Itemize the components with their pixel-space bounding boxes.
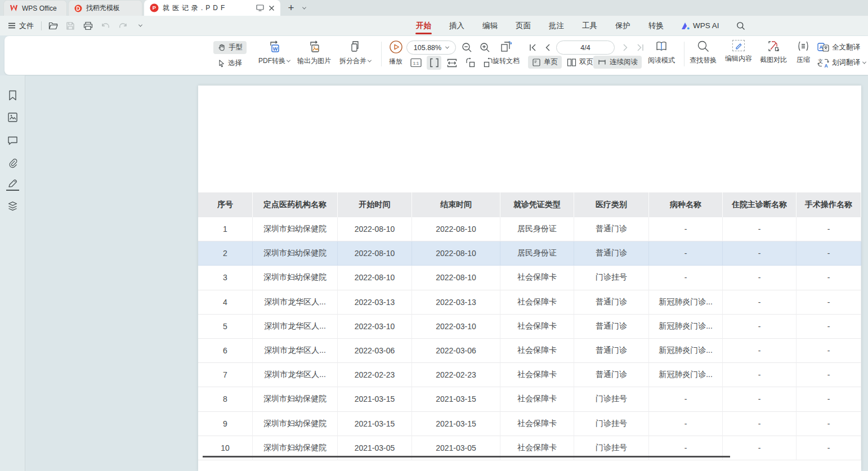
table-row[interactable]: 4深圳市龙华区人...2022-03-132022-03-13社会保障卡普通门诊… [198,290,861,315]
table-cell: 2021-03-15 [412,387,500,411]
monitor-icon[interactable] [256,5,264,11]
table-row[interactable]: 8深圳市妇幼保健院2021-03-152021-03-15社会保障卡门诊挂号--… [198,387,861,411]
tab-docer-templates[interactable]: 找稻壳模板 [68,0,142,16]
table-row[interactable]: 3深圳市妇幼保健院2022-08-102022-08-10社会保障卡门诊挂号--… [198,266,861,290]
tab-list-dropdown[interactable] [297,1,311,15]
signature-underline [6,190,19,191]
zoom-level-select[interactable]: 105.88% [406,41,456,55]
menu-tab-edit[interactable]: 编辑 [482,16,498,35]
table-row[interactable]: 6深圳市龙华区人...2022-03-062022-03-06社会保障卡普通门诊… [198,339,861,363]
menu-tab-page[interactable]: 页面 [515,16,531,35]
tab-wps-home[interactable]: WPS Office [3,0,67,16]
find-replace-button[interactable]: 查找替换 [686,40,721,65]
table-cell: - [723,363,797,387]
menu-search-icon[interactable] [736,21,745,30]
table-cell: 2022-08-10 [338,217,412,241]
menu-tab-tools[interactable]: 工具 [581,16,598,35]
table-cell: - [723,266,797,290]
print-button[interactable] [82,20,94,32]
select-tool-button[interactable]: 选择 [213,57,246,70]
menu-tab-annotate[interactable]: 批注 [548,16,565,35]
header-cell: 序号 [198,192,253,217]
menu-tab-convert[interactable]: 转换 [648,16,664,35]
menubar: 文件 [0,16,868,35]
new-tab-button[interactable]: + [284,1,298,15]
menu-tab-wps-ai[interactable]: WPS AI [681,21,719,30]
table-cell: 普通门诊 [574,290,649,315]
table-row[interactable]: 5深圳市龙华区人...2022-03-102022-03-10社会保障卡普通门诊… [198,315,861,339]
menu-tab-protect[interactable]: 保护 [615,16,631,35]
previous-page-button[interactable] [540,41,554,55]
table-cell: 9 [198,412,253,436]
thumbnail-icon[interactable] [7,111,19,123]
close-tab-icon[interactable] [269,5,275,11]
layers-icon[interactable] [7,200,19,212]
fit-page-button[interactable] [427,56,441,70]
header-cell: 开始时间 [338,192,412,217]
hand-tool-button[interactable]: 手型 [213,41,247,54]
table-cell: - [723,217,797,241]
rotate-document-button[interactable]: 旋转文档 [487,40,525,66]
word-translate-button[interactable]: 文 A 划词翻译 [817,57,866,68]
table-row[interactable]: 9深圳市妇幼保健院2021-03-152021-03-15社会保障卡门诊挂号--… [198,412,861,436]
continuous-read-button[interactable]: 连续阅读 [593,56,642,69]
fit-width-button[interactable] [445,56,459,70]
table-cell: 普通门诊 [574,315,649,339]
save-button[interactable] [64,20,77,32]
attachment-icon[interactable] [7,157,19,169]
rotate-left-button[interactable] [463,56,477,70]
comment-icon[interactable] [7,134,19,146]
bookmark-icon[interactable] [7,89,19,101]
table-cell: 普通门诊 [574,363,649,387]
split-merge-icon [348,40,362,53]
quickbar-more-dropdown[interactable] [134,20,146,32]
play-button[interactable]: 播放 [383,40,409,66]
word-translate-label: 划词翻译 [832,58,860,68]
hand-icon [217,43,226,52]
menu-tab-start[interactable]: 开始 [415,16,432,35]
table-bottom-scrollbar[interactable] [203,456,730,457]
quick-access-bar: 文件 [6,16,146,35]
pdf-convert-button[interactable]: W PDF转换 [254,40,294,66]
full-translate-button[interactable]: A 全文翻译 [817,42,860,52]
open-file-button[interactable] [47,20,59,32]
fit-page-icon [429,57,440,68]
menu-tab-insert[interactable]: 插入 [449,16,465,35]
read-mode-button[interactable]: 阅读模式 [645,40,678,65]
full-translate-icon: A [817,42,829,52]
compress-button[interactable]: 压缩 [791,40,815,65]
file-menu-button[interactable]: 文件 [6,19,36,33]
next-page-button[interactable] [618,41,633,55]
page-number-input[interactable]: 4/4 [556,41,615,55]
undo-button[interactable] [99,20,111,32]
table-cell: 2022-03-06 [338,339,412,363]
table-cell: 社会保障卡 [500,266,574,290]
first-page-button[interactable] [525,41,540,55]
table-row[interactable]: 7深圳市龙华区人...2022-02-232022-02-23社会保障卡普通门诊… [198,363,861,387]
table-cell: 深圳市妇幼保健院 [253,387,338,411]
table-row[interactable]: 1深圳市妇幼保健院2022-08-102022-08-10居民身份证普通门诊--… [198,217,861,241]
tab-document[interactable]: P 就医记录.PDF [144,0,280,16]
table-cell: - [649,241,723,266]
single-page-button[interactable]: 单页 [528,56,562,69]
table-cell: - [723,339,797,363]
docer-logo-icon [74,5,82,12]
table-cell: - [797,217,861,241]
edit-content-button[interactable]: 编辑内容 [722,40,755,64]
redo-button[interactable] [117,20,129,32]
wps-logo-icon [10,5,18,12]
zoom-out-button[interactable] [459,41,474,55]
split-merge-button[interactable]: 拆分合并 [334,40,377,66]
table-cell: 新冠肺炎门诊... [649,339,723,363]
actual-size-button[interactable]: 1:1 [409,56,423,70]
wps-ai-label: WPS AI [693,21,719,30]
export-image-button[interactable]: 输出为图片 [293,40,335,66]
table-cell: 新冠肺炎门诊... [649,315,723,339]
table-row[interactable]: 2深圳市妇幼保健院2022-08-102022-08-10居民身份证普通门诊--… [198,241,861,266]
table-cell: - [723,412,797,436]
screenshot-compare-button[interactable]: 截图对比 [757,40,790,65]
signature-pen-icon[interactable] [7,178,19,190]
double-page-icon [567,58,576,67]
previous-page-icon [544,43,551,52]
single-page-label: 单页 [544,57,558,67]
